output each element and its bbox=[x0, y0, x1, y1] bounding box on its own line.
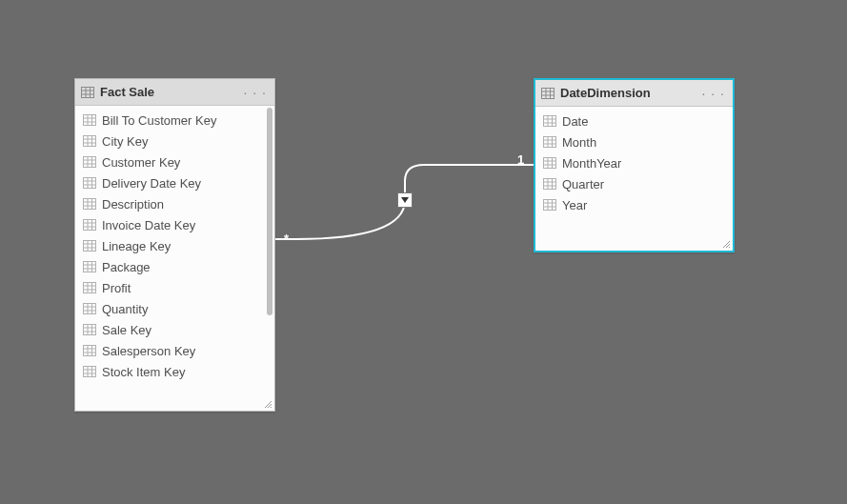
field-label: Sale Key bbox=[102, 323, 151, 337]
svg-line-73 bbox=[271, 407, 272, 408]
table-title: Fact Sale bbox=[100, 85, 242, 99]
svg-rect-79 bbox=[544, 116, 556, 127]
column-icon bbox=[83, 156, 96, 168]
column-icon bbox=[83, 366, 96, 377]
svg-marker-0 bbox=[401, 197, 409, 203]
svg-rect-21 bbox=[84, 178, 96, 189]
svg-rect-31 bbox=[84, 220, 96, 231]
field-row[interactable]: Lineage Key bbox=[75, 235, 274, 256]
model-canvas[interactable]: * 1 Fact Sale · · · Bill To Customer Key… bbox=[0, 0, 847, 504]
relationship-one-label: 1 bbox=[517, 152, 524, 167]
field-label: Quantity bbox=[102, 302, 148, 316]
column-icon bbox=[543, 157, 556, 169]
column-icon bbox=[83, 282, 96, 293]
table-title: DateDimension bbox=[560, 86, 700, 100]
field-label: Customer Key bbox=[102, 155, 180, 170]
field-row[interactable]: Delivery Date Key bbox=[75, 172, 274, 193]
table-header[interactable]: Fact Sale · · · bbox=[75, 79, 274, 106]
field-row[interactable]: Quarter bbox=[535, 173, 733, 194]
svg-rect-74 bbox=[542, 88, 555, 98]
column-icon bbox=[83, 324, 96, 335]
svg-rect-99 bbox=[544, 200, 556, 211]
column-icon bbox=[83, 114, 96, 126]
column-icon bbox=[83, 219, 96, 231]
column-icon bbox=[83, 198, 96, 210]
field-label: Year bbox=[562, 198, 587, 212]
field-row[interactable]: MonthYear bbox=[535, 152, 733, 173]
column-icon bbox=[83, 345, 96, 356]
field-label: Invoice Date Key bbox=[102, 218, 195, 232]
field-label: Date bbox=[562, 114, 588, 129]
field-row[interactable]: Description bbox=[75, 193, 274, 214]
table-menu-button[interactable]: · · · bbox=[700, 86, 727, 101]
column-icon bbox=[83, 261, 96, 272]
field-row[interactable]: Salesperson Key bbox=[75, 340, 274, 361]
table-icon bbox=[541, 88, 555, 99]
field-row[interactable]: Month bbox=[535, 131, 733, 152]
field-row[interactable]: Sale Key bbox=[75, 319, 274, 340]
field-label: Bill To Customer Key bbox=[102, 113, 216, 128]
field-label: City Key bbox=[102, 134, 148, 149]
table-header[interactable]: DateDimension · · · bbox=[535, 80, 733, 107]
svg-rect-89 bbox=[544, 158, 556, 169]
table-card-fact-sale[interactable]: Fact Sale · · · Bill To Customer KeyCity… bbox=[74, 78, 275, 412]
table-card-date-dimension[interactable]: DateDimension · · · DateMonthMonthYearQu… bbox=[534, 78, 735, 252]
column-icon bbox=[83, 135, 96, 147]
column-icon bbox=[543, 199, 556, 211]
field-row[interactable]: Stock Item Key bbox=[75, 361, 274, 382]
field-label: Package bbox=[102, 260, 151, 274]
svg-rect-1 bbox=[82, 87, 94, 97]
relationship-filter-marker[interactable] bbox=[397, 192, 413, 208]
field-label: Delivery Date Key bbox=[102, 176, 201, 191]
svg-rect-51 bbox=[84, 304, 96, 314]
field-row[interactable]: Year bbox=[535, 194, 733, 215]
svg-rect-84 bbox=[544, 137, 556, 148]
svg-rect-61 bbox=[84, 346, 96, 356]
field-label: Description bbox=[102, 197, 164, 212]
field-label: Lineage Key bbox=[102, 239, 171, 253]
svg-rect-16 bbox=[84, 157, 96, 168]
svg-rect-66 bbox=[84, 367, 96, 377]
svg-rect-11 bbox=[84, 136, 96, 147]
field-row[interactable]: City Key bbox=[75, 131, 274, 151]
field-row[interactable]: Profit bbox=[75, 277, 274, 298]
column-icon bbox=[83, 177, 96, 189]
column-icon bbox=[543, 178, 556, 190]
field-row[interactable]: Date bbox=[535, 111, 733, 131]
field-label: Month bbox=[562, 135, 596, 150]
svg-rect-94 bbox=[544, 179, 556, 190]
column-icon bbox=[543, 136, 556, 148]
svg-rect-46 bbox=[84, 283, 96, 293]
field-list: DateMonthMonthYearQuarterYear bbox=[535, 107, 733, 219]
field-label: Stock Item Key bbox=[102, 365, 185, 379]
table-menu-button[interactable]: · · · bbox=[242, 85, 269, 100]
column-icon bbox=[83, 303, 96, 314]
column-icon bbox=[83, 240, 96, 252]
field-row[interactable]: Invoice Date Key bbox=[75, 214, 274, 235]
field-label: Profit bbox=[102, 281, 131, 295]
resize-handle[interactable] bbox=[263, 399, 272, 409]
field-label: MonthYear bbox=[562, 156, 621, 171]
svg-rect-6 bbox=[84, 115, 96, 126]
scrollbar-thumb[interactable] bbox=[267, 108, 272, 315]
resize-handle[interactable] bbox=[721, 239, 731, 249]
svg-rect-26 bbox=[84, 199, 96, 210]
field-label: Salesperson Key bbox=[102, 344, 195, 358]
column-icon bbox=[543, 115, 556, 127]
field-row[interactable]: Quantity bbox=[75, 298, 274, 319]
svg-rect-56 bbox=[84, 325, 96, 335]
relationship-many-label: * bbox=[284, 232, 289, 246]
svg-rect-36 bbox=[84, 241, 96, 252]
svg-rect-41 bbox=[84, 262, 96, 272]
svg-line-106 bbox=[729, 247, 730, 248]
field-list: Bill To Customer KeyCity KeyCustomer Key… bbox=[75, 106, 274, 386]
field-row[interactable]: Bill To Customer Key bbox=[75, 110, 274, 131]
filter-direction-icon bbox=[400, 195, 410, 205]
field-label: Quarter bbox=[562, 177, 604, 192]
field-row[interactable]: Customer Key bbox=[75, 151, 274, 172]
table-icon bbox=[81, 87, 94, 98]
field-row[interactable]: Package bbox=[75, 256, 274, 277]
